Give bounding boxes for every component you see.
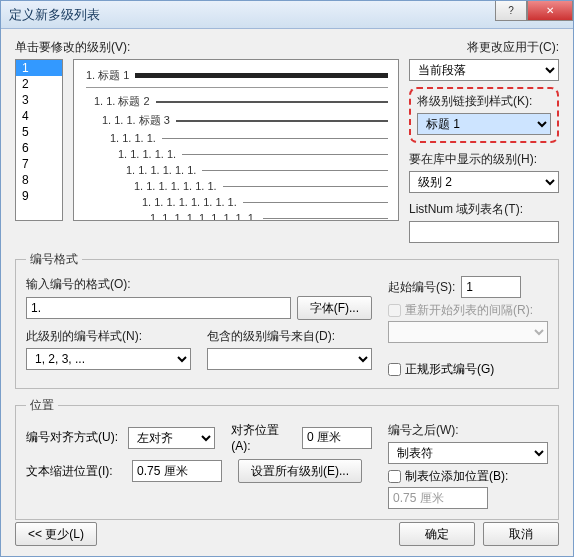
preview-bar bbox=[162, 138, 388, 139]
preview-line: 1. 1. 1. 1. bbox=[110, 132, 388, 144]
addtab-checkbox[interactable] bbox=[388, 470, 401, 483]
level-item[interactable]: 3 bbox=[16, 92, 62, 108]
numstyle-label: 此级别的编号样式(N): bbox=[26, 328, 191, 345]
level-listbox[interactable]: 123456789 bbox=[15, 59, 63, 221]
preview-number: 1. 1. 1. 标题 3 bbox=[102, 113, 170, 128]
legal-checkbox[interactable] bbox=[388, 363, 401, 376]
preview-number: 1. 1. 1. 1. bbox=[110, 132, 156, 144]
preview-line: 1. 1. 1. 1. 1. 1. 1. 1. 1. bbox=[150, 212, 388, 221]
level-item[interactable]: 2 bbox=[16, 76, 62, 92]
restart-checkbox-row: 重新开始列表的间隔(R): bbox=[388, 302, 548, 319]
preview-bar bbox=[243, 202, 388, 203]
ok-button[interactable]: 确定 bbox=[399, 522, 475, 546]
legal-label: 正规形式编号(G) bbox=[405, 361, 494, 378]
apply-to-label: 将更改应用于(C): bbox=[409, 39, 559, 56]
preview-bar bbox=[263, 218, 388, 219]
startat-row: 起始编号(S): bbox=[388, 276, 548, 298]
listnum-input[interactable] bbox=[409, 221, 559, 243]
startat-input[interactable] bbox=[461, 276, 521, 298]
font-button[interactable]: 字体(F)... bbox=[297, 296, 372, 320]
level-item[interactable]: 4 bbox=[16, 108, 62, 124]
preview-bar bbox=[223, 186, 388, 187]
legal-checkbox-row: 正规形式编号(G) bbox=[388, 361, 548, 378]
link-style-select[interactable]: 标题 1 bbox=[417, 113, 551, 135]
close-button[interactable]: ✕ bbox=[527, 1, 573, 21]
alignat-label: 对齐位置(A): bbox=[231, 422, 296, 453]
restart-label: 重新开始列表的间隔(R): bbox=[405, 302, 533, 319]
position-group: 位置 编号对齐方式(U): 左对齐 对齐位置(A): 文本缩进位置(I): 设置… bbox=[15, 397, 559, 520]
includeprev-select[interactable] bbox=[207, 348, 372, 370]
includeprev-label: 包含的级别编号来自(D): bbox=[207, 328, 372, 345]
pos-right: 编号之后(W): 制表符 制表位添加位置(B): bbox=[388, 422, 548, 509]
indent-row: 文本缩进位置(I): 设置所有级别(E)... bbox=[26, 459, 372, 483]
preview-pane: 1. 标题 11. 1. 标题 21. 1. 1. 标题 31. 1. 1. 1… bbox=[73, 59, 399, 221]
numstyle-select[interactable]: 1, 2, 3, ... bbox=[26, 348, 191, 370]
preview-number: 1. 1. 1. 1. 1. 1. bbox=[126, 164, 196, 176]
numstyle-col: 此级别的编号样式(N): 1, 2, 3, ... bbox=[26, 328, 191, 370]
level-item[interactable]: 6 bbox=[16, 140, 62, 156]
right-column: 将更改应用于(C): 当前段落 将级别链接到样式(K): 标题 1 要在库中显示… bbox=[409, 39, 559, 243]
set-all-button[interactable]: 设置所有级别(E)... bbox=[238, 459, 362, 483]
left-top: 单击要修改的级别(V): 123456789 1. 标题 11. 1. 标题 2… bbox=[15, 39, 399, 243]
alignment-select[interactable]: 左对齐 bbox=[128, 427, 215, 449]
show-gallery-field: 要在库中显示的级别(H): 级别 2 bbox=[409, 151, 559, 193]
startat-label: 起始编号(S): bbox=[388, 279, 455, 296]
alignment-row: 编号对齐方式(U): 左对齐 对齐位置(A): bbox=[26, 422, 372, 453]
preview-bar bbox=[135, 73, 388, 78]
number-format-group: 编号格式 输入编号的格式(O): 字体(F)... 此级别的编号样式(N): 1… bbox=[15, 251, 559, 389]
followby-select[interactable]: 制表符 bbox=[388, 442, 548, 464]
level-item[interactable]: 1 bbox=[16, 60, 62, 76]
preview-line: 1. 1. 1. 1. 1. 1. bbox=[126, 164, 388, 176]
addtab-label: 制表位添加位置(B): bbox=[405, 468, 508, 485]
preview-line: 1. 标题 1 bbox=[86, 68, 388, 83]
preview-number: 1. 1. 1. 1. 1. 1. 1. 1. bbox=[142, 196, 237, 208]
enter-format-label: 输入编号的格式(O): bbox=[26, 276, 372, 293]
tabpos-input bbox=[388, 487, 488, 509]
link-style-frame: 将级别链接到样式(K): 标题 1 bbox=[409, 87, 559, 143]
dialog-title: 定义新多级列表 bbox=[9, 6, 100, 24]
alignat-input[interactable] bbox=[302, 427, 372, 449]
top-row: 单击要修改的级别(V): 123456789 1. 标题 11. 1. 标题 2… bbox=[15, 39, 559, 243]
cancel-button[interactable]: 取消 bbox=[483, 522, 559, 546]
footer-right: 确定 取消 bbox=[399, 522, 559, 546]
position-legend: 位置 bbox=[26, 397, 58, 414]
listnum-label: ListNum 域列表名(T): bbox=[409, 201, 559, 218]
indentat-label: 文本缩进位置(I): bbox=[26, 463, 126, 480]
indentat-input[interactable] bbox=[132, 460, 222, 482]
level-item[interactable]: 5 bbox=[16, 124, 62, 140]
preview-line: 1. 1. 1. 1. 1. 1. 1. bbox=[134, 180, 388, 192]
dialog-window: 定义新多级列表 ? ✕ 单击要修改的级别(V): 123456789 1. 标题… bbox=[0, 0, 574, 557]
level-item[interactable]: 9 bbox=[16, 188, 62, 204]
enter-format-row: 字体(F)... bbox=[26, 296, 372, 320]
level-item[interactable]: 7 bbox=[16, 156, 62, 172]
followby-label: 编号之后(W): bbox=[388, 422, 548, 439]
enter-format-input[interactable] bbox=[26, 297, 291, 319]
includeprev-col: 包含的级别编号来自(D): bbox=[207, 328, 372, 370]
preview-number: 1. 1. 标题 2 bbox=[94, 94, 150, 109]
restart-select bbox=[388, 321, 548, 343]
show-gallery-select[interactable]: 级别 2 bbox=[409, 171, 559, 193]
titlebar: 定义新多级列表 ? ✕ bbox=[1, 1, 573, 29]
preview-line: 1. 1. 1. 标题 3 bbox=[102, 113, 388, 128]
numfmt-grid: 输入编号的格式(O): 字体(F)... 此级别的编号样式(N): 1, 2, … bbox=[26, 276, 548, 378]
preview-bar bbox=[176, 120, 388, 122]
preview-line: 1. 1. 标题 2 bbox=[94, 94, 388, 109]
apply-to-select[interactable]: 当前段落 bbox=[409, 59, 559, 81]
preview-number: 1. 1. 1. 1. 1. bbox=[118, 148, 176, 160]
link-style-label: 将级别链接到样式(K): bbox=[417, 93, 551, 110]
numfmt-left: 输入编号的格式(O): 字体(F)... 此级别的编号样式(N): 1, 2, … bbox=[26, 276, 372, 378]
show-gallery-label: 要在库中显示的级别(H): bbox=[409, 151, 559, 168]
numfmt-right: 起始编号(S): 重新开始列表的间隔(R): 正规形式编号(G) bbox=[388, 276, 548, 378]
less-button[interactable]: << 更少(L) bbox=[15, 522, 97, 546]
restart-checkbox bbox=[388, 304, 401, 317]
pos-left: 编号对齐方式(U): 左对齐 对齐位置(A): 文本缩进位置(I): 设置所有级… bbox=[26, 422, 372, 509]
footer: << 更少(L) 确定 取消 bbox=[15, 522, 559, 546]
preview-line: 1. 1. 1. 1. 1. 1. 1. 1. bbox=[142, 196, 388, 208]
preview-number: 1. 1. 1. 1. 1. 1. 1. bbox=[134, 180, 217, 192]
preview-bar bbox=[156, 101, 388, 103]
level-preview-row: 123456789 1. 标题 11. 1. 标题 21. 1. 1. 标题 3… bbox=[15, 59, 399, 221]
level-item[interactable]: 8 bbox=[16, 172, 62, 188]
help-button[interactable]: ? bbox=[495, 1, 527, 21]
pos-grid: 编号对齐方式(U): 左对齐 对齐位置(A): 文本缩进位置(I): 设置所有级… bbox=[26, 422, 548, 509]
preview-number: 1. 1. 1. 1. 1. 1. 1. 1. 1. bbox=[150, 212, 257, 221]
